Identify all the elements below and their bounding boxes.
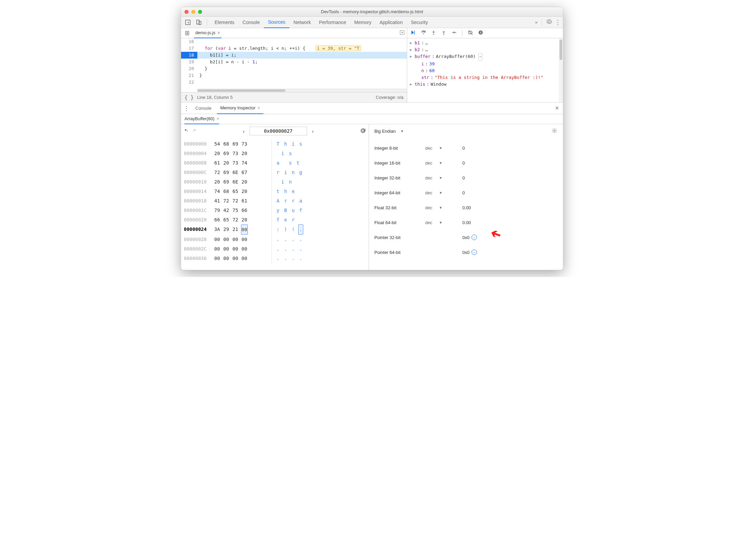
step-out-icon[interactable] [441, 30, 446, 36]
hex-byte[interactable]: 66 [214, 215, 220, 224]
tab-memory[interactable]: Memory [350, 17, 376, 28]
ascii-char[interactable]: s [289, 158, 291, 168]
value-mode-selector[interactable]: dec▼ [425, 160, 462, 166]
ascii-char[interactable]: . [277, 254, 279, 263]
close-drawer-icon[interactable]: × [553, 105, 561, 112]
endian-selector[interactable]: Big Endian ▼ [374, 129, 404, 134]
drawer-menu-icon[interactable]: ⋮ [183, 105, 190, 112]
hex-row[interactable]: 0000001474686520the [184, 187, 366, 196]
hex-byte[interactable]: 29 [223, 224, 229, 235]
hex-byte[interactable]: 74 [242, 158, 247, 168]
ascii-char[interactable]: . [277, 235, 279, 244]
ascii-char[interactable]: i [281, 177, 284, 187]
ascii-char[interactable]: s [289, 149, 291, 158]
hex-byte[interactable]: 72 [233, 196, 238, 206]
hex-byte[interactable]: 74 [214, 187, 220, 196]
hex-byte[interactable]: 00 [233, 244, 238, 254]
hex-byte[interactable]: 61 [242, 196, 247, 206]
hex-row[interactable]: 0000000420697320 is [184, 149, 366, 158]
ascii-char[interactable]: ) [284, 224, 287, 235]
close-icon[interactable]: × [217, 116, 219, 121]
pause-on-exceptions-icon[interactable] [478, 30, 483, 36]
step-into-icon[interactable] [431, 30, 436, 36]
prev-page-icon[interactable]: ‹ [240, 128, 247, 134]
scope-variable[interactable]: n: 60 [410, 67, 560, 74]
hex-byte[interactable]: 00 [241, 224, 248, 235]
hex-byte[interactable]: 6E [233, 168, 238, 177]
code-line[interactable]: 21} [181, 72, 407, 79]
hex-byte[interactable]: 72 [214, 168, 220, 177]
ascii-char[interactable]: : [277, 224, 279, 235]
hex-byte[interactable]: 6E [233, 177, 238, 187]
hex-row[interactable]: 0000001841727261Arra [184, 196, 366, 206]
ascii-char[interactable]: f [299, 206, 302, 215]
hex-byte[interactable]: 69 [223, 149, 229, 158]
jump-to-address-icon[interactable]: → [472, 235, 477, 240]
ascii-char[interactable]: . [292, 235, 294, 244]
value-mode-selector[interactable]: dec▼ [425, 205, 462, 210]
value-mode-selector[interactable]: dec▼ [425, 175, 462, 180]
value-settings-gear-icon[interactable] [551, 128, 557, 135]
ascii-char[interactable]: ! [292, 224, 294, 235]
line-number[interactable]: 20 [181, 65, 197, 72]
ascii-char[interactable]: f [277, 215, 279, 224]
hex-byte[interactable]: 00 [223, 244, 229, 254]
ascii-char[interactable]: . [299, 254, 302, 263]
line-number[interactable]: 18 [181, 52, 197, 59]
hex-byte[interactable]: 00 [223, 235, 229, 244]
kebab-menu-icon[interactable]: ⋮ [555, 19, 561, 26]
ascii-char[interactable]: u [292, 206, 294, 215]
tab-network[interactable]: Network [289, 17, 315, 28]
scope-variable[interactable]: ▶this: Window [410, 81, 560, 88]
hex-byte[interactable]: 00 [242, 235, 247, 244]
redo-icon[interactable] [191, 128, 197, 134]
hex-byte[interactable]: 54 [214, 139, 220, 149]
horizontal-scrollbar[interactable] [197, 89, 407, 92]
code-line[interactable]: 20 } [181, 65, 407, 72]
ascii-char[interactable]: . [284, 254, 287, 263]
hex-row[interactable]: 0000002C00000000.... [184, 244, 366, 254]
hex-byte[interactable]: 69 [223, 177, 229, 187]
hex-byte[interactable]: 00 [214, 244, 220, 254]
tab-performance[interactable]: Performance [315, 17, 350, 28]
step-over-icon[interactable] [421, 30, 426, 36]
ascii-char[interactable]: r [284, 196, 287, 206]
ascii-char[interactable]: n [292, 168, 294, 177]
ascii-char[interactable]: r [277, 168, 279, 177]
hex-row[interactable]: 0000000C72696E67ring [184, 168, 366, 177]
ascii-char[interactable]: t [297, 158, 299, 168]
pretty-print-icon[interactable]: { } [184, 94, 194, 101]
ascii-char[interactable]: B [284, 206, 287, 215]
scope-variable[interactable]: i: 39 [410, 61, 560, 67]
ascii-char[interactable]: a [277, 158, 279, 168]
hex-row[interactable]: 0000000861207374a st [184, 158, 366, 168]
hex-byte[interactable]: 20 [242, 149, 247, 158]
hex-row[interactable]: 0000002800000000.... [184, 235, 366, 244]
step-icon[interactable] [451, 30, 457, 36]
scope-variable[interactable]: ▶b2: … [410, 46, 560, 53]
ascii-char[interactable]: T [277, 139, 279, 149]
hex-byte[interactable]: 79 [214, 206, 220, 215]
code-line[interactable]: 17 for (var i = str.length; i < n; ++i) … [181, 45, 407, 52]
line-number[interactable]: 17 [181, 45, 197, 52]
file-tab[interactable]: demo-js.js × [194, 28, 221, 38]
ascii-char[interactable]: a [299, 196, 302, 206]
ascii-char[interactable]: . [277, 244, 279, 254]
vertical-scrollbar[interactable] [559, 38, 563, 102]
ascii-char[interactable]: . [299, 244, 302, 254]
hex-byte[interactable]: 69 [233, 139, 238, 149]
hex-byte[interactable]: 20 [242, 215, 247, 224]
hex-byte[interactable]: 72 [223, 196, 229, 206]
close-icon[interactable]: × [217, 30, 220, 36]
tab-elements[interactable]: Elements [211, 17, 238, 28]
settings-gear-icon[interactable] [546, 19, 552, 26]
hex-byte[interactable]: 00 [223, 254, 229, 263]
ascii-char[interactable]: e [284, 215, 287, 224]
hex-byte[interactable]: 20 [242, 177, 247, 187]
hex-byte[interactable]: 20 [242, 187, 247, 196]
address-input[interactable] [249, 127, 307, 135]
hex-byte[interactable]: 00 [242, 254, 247, 263]
hex-byte[interactable]: 68 [223, 139, 229, 149]
hex-row[interactable]: 0000001020696E20 in [184, 177, 366, 187]
hex-row[interactable]: 0000002066657220fer [184, 215, 366, 224]
